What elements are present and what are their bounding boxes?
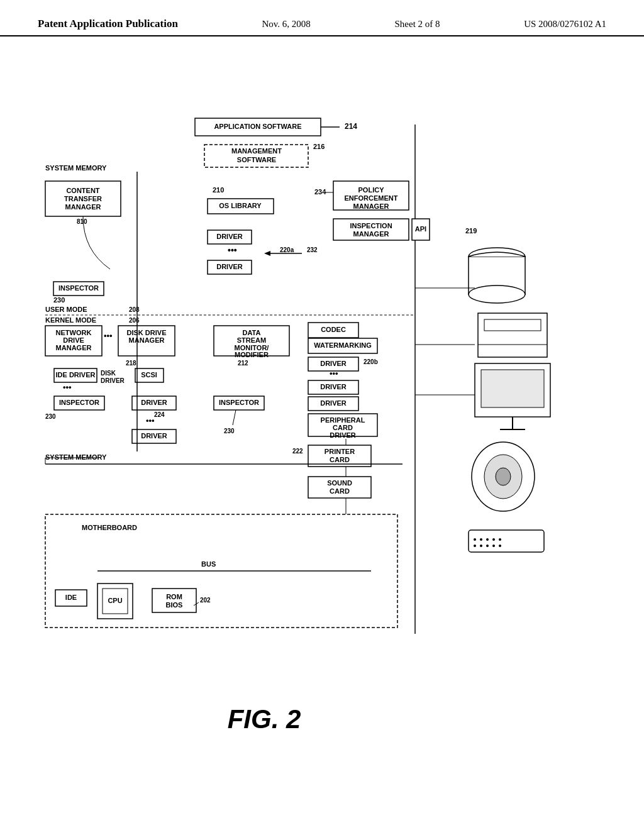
- api-text: API: [415, 225, 426, 233]
- num-230a: 230: [53, 296, 65, 304]
- num-232: 232: [307, 246, 318, 253]
- content-transfer-text3: MANAGER: [65, 203, 101, 211]
- num-220b: 220b: [364, 358, 378, 365]
- num-234: 234: [314, 188, 326, 196]
- diagram-area: APPLICATION SOFTWARE 214 MANAGEMENT SOFT…: [0, 36, 644, 778]
- dots-5: •••: [146, 416, 155, 425]
- peripheral-card-text2: CARD: [333, 424, 353, 431]
- key-10: [499, 545, 501, 547]
- printer-screen: [484, 319, 541, 331]
- system-memory-lower: SYSTEM MEMORY: [45, 453, 107, 461]
- num-218: 218: [126, 360, 136, 367]
- inspection-text1: INSPECTION: [350, 222, 392, 230]
- arrow-1: [264, 251, 270, 256]
- data-stream-text4: MODIFIER: [235, 351, 269, 358]
- scsi-text: SCSI: [141, 371, 157, 379]
- num-230b: 230: [45, 413, 56, 420]
- num-224: 224: [154, 411, 165, 418]
- data-stream-text1: DATA: [243, 329, 261, 336]
- dots-4: •••: [330, 368, 338, 378]
- user-mode-label: USER MODE: [45, 306, 87, 313]
- sound-card-text1: SOUND: [327, 479, 352, 487]
- ide-driver-text: IDE DRIVER: [56, 371, 96, 379]
- driver-text-6: DRIVER: [141, 399, 167, 406]
- num-214: 214: [345, 122, 357, 131]
- inspector-text-3: INSPECTOR: [219, 399, 259, 406]
- driver-text-4: DRIVER: [320, 383, 347, 390]
- dots-3: •••: [63, 382, 72, 392]
- driver-text-7: DRIVER: [141, 432, 167, 440]
- network-drive-text1: NETWORK: [56, 329, 92, 336]
- dots-1: •••: [228, 245, 237, 255]
- patent-number: US 2008/0276102 A1: [524, 19, 606, 30]
- num-208: 208: [129, 306, 140, 313]
- keyboard-box: [469, 530, 544, 552]
- num-202: 202: [200, 597, 211, 604]
- key-1: [474, 538, 476, 541]
- fig-label: FIG. 2: [228, 704, 301, 734]
- policy-text1: POLICY: [358, 186, 385, 194]
- num-206: 206: [129, 317, 140, 324]
- codec-text: CODEC: [321, 326, 346, 333]
- peripheral-card-text1: PERIPHERAL: [321, 416, 365, 424]
- num-219: 219: [465, 227, 477, 235]
- inspection-text2: MANAGER: [353, 230, 389, 238]
- motherboard-text: MOTHERBOARD: [82, 524, 137, 531]
- content-transfer-text2: TRANSFER: [64, 195, 102, 202]
- driver-text-5: DRIVER: [320, 399, 347, 407]
- kernel-mode-label: KERNEL MODE: [45, 316, 96, 324]
- dots-2: •••: [104, 331, 113, 340]
- num-810: 810: [77, 218, 87, 225]
- disk-drive-text1: DISK DRIVE: [127, 329, 167, 336]
- publication-title: Patent Application Publication: [38, 18, 178, 30]
- driver-text-3: DRIVER: [320, 360, 347, 367]
- disk-drive-text2: MANAGER: [129, 336, 165, 344]
- num-216: 216: [313, 143, 325, 150]
- sound-card-text2: CARD: [330, 487, 350, 495]
- content-transfer-text1: CONTENT: [66, 187, 99, 194]
- network-drive-text2: DRIVE: [63, 336, 84, 344]
- system-memory-upper: SYSTEM MEMORY: [45, 164, 107, 172]
- num-212: 212: [238, 360, 248, 367]
- key-9: [492, 545, 495, 547]
- mgmt-software-text1: MANAGEMENT: [231, 147, 282, 155]
- inspector-text-2: INSPECTOR: [59, 399, 99, 406]
- disk-driver-label2: DRIVER: [101, 377, 125, 384]
- publication-date: Nov. 6, 2008: [262, 19, 311, 30]
- peripheral-card-text3: DRIVER: [330, 431, 356, 439]
- cpu-text: CPU: [108, 597, 122, 604]
- os-library-text: OS LIBRARY: [219, 202, 262, 209]
- data-stream-text2: STREAM: [237, 336, 266, 344]
- key-4: [492, 538, 495, 541]
- cylinder-bottom-ellipse: [469, 285, 525, 303]
- rom-bios-text1: ROM: [166, 593, 182, 600]
- bus-text: BUS: [201, 560, 216, 568]
- svg-line-3: [233, 410, 236, 425]
- sheet-info: Sheet 2 of 8: [394, 19, 440, 30]
- app-software-text: APPLICATION SOFTWARE: [214, 123, 301, 130]
- rom-bios-text2: BIOS: [166, 601, 183, 609]
- num-210: 210: [213, 186, 224, 194]
- inspector-text-1: INSPECTOR: [58, 284, 99, 292]
- watermarking-text: WATERMARKING: [314, 341, 371, 349]
- key-2: [480, 538, 482, 541]
- speaker-center: [496, 468, 511, 485]
- key-7: [480, 545, 482, 547]
- disk-driver-label: DISK: [101, 370, 116, 377]
- page-header: Patent Application Publication Nov. 6, 2…: [0, 0, 644, 36]
- key-3: [486, 538, 489, 541]
- printer-card-text1: PRINTER: [325, 448, 355, 455]
- key-8: [486, 545, 489, 547]
- ide-text: IDE: [65, 594, 77, 601]
- monitor-screen: [481, 370, 544, 407]
- num-220a: 220a: [280, 246, 294, 253]
- printer-card-text2: CARD: [330, 456, 350, 463]
- policy-text3: MANAGER: [353, 202, 389, 210]
- num-222: 222: [292, 448, 303, 455]
- mgmt-software-text2: SOFTWARE: [237, 156, 276, 163]
- key-6: [474, 545, 476, 547]
- network-drive-text3: MANAGER: [56, 344, 92, 351]
- driver-text-2: DRIVER: [216, 263, 243, 270]
- key-5: [499, 538, 501, 541]
- policy-text2: ENFORCEMENT: [345, 194, 398, 202]
